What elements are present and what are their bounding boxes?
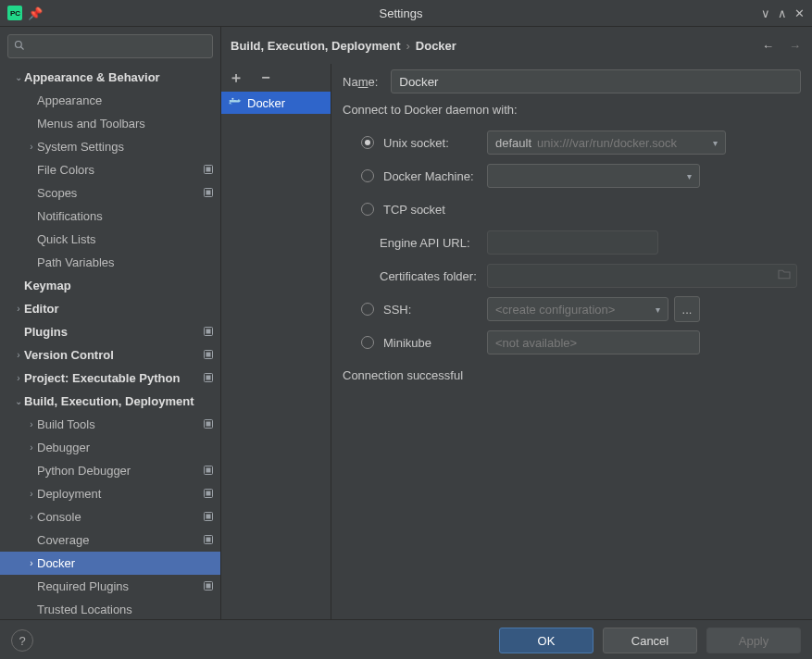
app-icon: PC [7,6,22,20]
tree-item-label: Deployment [37,487,200,501]
engine-api-url-label: Engine API URL: [380,236,487,250]
tree-item-scopes[interactable]: Scopes [0,181,220,205]
tree-item-plugins[interactable]: Plugins [0,320,220,343]
chevron-right-icon[interactable]: › [13,304,24,314]
docker-machine-combo[interactable]: ▾ [487,164,700,188]
radio-unix-socket[interactable] [361,136,374,149]
svg-rect-21 [206,514,211,518]
tree-item-label: Appearance [37,93,200,107]
chevron-down-icon: ▾ [713,138,718,148]
name-field[interactable] [391,69,801,93]
tree-item-path-variables[interactable]: Path Variables [0,251,220,274]
nav-back-button[interactable]: ← [762,39,774,53]
engine-api-url-field[interactable] [487,230,658,255]
tree-item-system-settings[interactable]: ›System Settings [0,135,220,158]
tree-item-build-execution-deployment[interactable]: ⌄Build, Execution, Deployment [0,390,220,413]
chevron-right-icon[interactable]: › [26,512,37,522]
titlebar: PC 📌 Settings ∨ ∧ ✕ [0,0,812,27]
tree-item-coverage[interactable]: Coverage [0,528,220,552]
pin-icon[interactable]: 📌 [28,6,43,20]
radio-tcp-socket[interactable] [361,203,374,216]
tree-item-debugger[interactable]: ›Debugger [0,436,220,459]
tree-item-python-debugger[interactable]: Python Debugger [0,459,220,482]
tree-item-keymap[interactable]: Keymap [0,274,220,297]
breadcrumb: Build, Execution, Deployment › Docker ← … [221,27,812,64]
chevron-right-icon[interactable]: › [13,350,24,360]
config-list-toolbar: ＋ − [221,64,331,92]
ssh-config-combo[interactable]: <create configuration> ▾ [487,297,668,321]
tree-item-notifications[interactable]: Notifications [0,205,220,228]
svg-rect-15 [206,421,211,426]
tree-item-label: Editor [24,302,200,316]
cancel-button[interactable]: Cancel [603,628,697,653]
svg-text:PC: PC [10,9,20,18]
tree-item-deployment[interactable]: ›Deployment [0,482,220,505]
chevron-right-icon[interactable]: › [26,142,37,152]
minimize-button[interactable]: ∨ [761,6,770,20]
remove-config-button[interactable]: − [258,70,273,85]
project-scope-icon [200,188,213,199]
chevron-down-icon[interactable]: ⌄ [13,396,24,406]
certificates-folder-field[interactable] [487,264,797,288]
config-list-item-label: Docker [247,96,285,110]
folder-icon[interactable] [778,269,791,283]
tree-item-required-plugins[interactable]: Required Plugins [0,575,220,598]
tree-item-appearance-behavior[interactable]: ⌄Appearance & Behavior [0,66,220,89]
settings-tree-scroll[interactable]: ⌄Appearance & BehaviorAppearanceMenus an… [0,66,220,619]
svg-rect-19 [206,491,211,495]
svg-rect-25 [206,583,211,588]
tree-item-label: Project: Executable Python [24,371,200,385]
radio-minikube[interactable] [361,336,374,349]
svg-rect-11 [206,352,211,356]
tree-item-build-tools[interactable]: ›Build Tools [0,413,220,436]
tree-item-appearance[interactable]: Appearance [0,89,220,112]
tree-item-trusted-locations[interactable]: Trusted Locations [0,598,220,619]
minikube-combo[interactable]: <not available> [487,330,700,354]
docker-settings-form: Name: Connect to Docker daemon with: Uni… [331,64,812,619]
docker-icon [229,96,242,110]
tree-item-label: Version Control [24,348,200,362]
chevron-right-icon[interactable]: › [13,373,24,383]
chevron-right-icon[interactable]: › [26,558,37,568]
tree-item-project-executable-python[interactable]: ›Project: Executable Python [0,367,220,390]
name-label: Name: [343,75,378,89]
close-button[interactable]: ✕ [794,6,805,20]
radio-ssh[interactable] [361,303,374,316]
ok-button[interactable]: OK [499,628,593,653]
svg-rect-29 [232,97,234,99]
apply-button[interactable]: Apply [706,628,801,653]
radio-tcp-socket-label: TCP socket [383,203,487,217]
chevron-right-icon[interactable]: › [26,442,37,453]
project-scope-icon [200,165,213,176]
tree-item-console[interactable]: ›Console [0,505,220,528]
tree-item-label: Console [37,510,200,524]
help-button[interactable]: ? [11,629,33,652]
dialog-footer: ? OK Cancel Apply [0,619,812,659]
connect-section-title: Connect to Docker daemon with: [343,103,801,117]
tree-item-editor[interactable]: ›Editor [0,297,220,320]
settings-tree-pane: ⌄Appearance & BehaviorAppearanceMenus an… [0,27,221,619]
chevron-right-icon[interactable]: › [26,489,37,499]
breadcrumb-a[interactable]: Build, Execution, Deployment [231,39,400,53]
tree-item-file-colors[interactable]: File Colors [0,158,220,181]
project-scope-icon [200,535,213,546]
nav-forward-button[interactable]: → [789,39,801,53]
ssh-more-button[interactable]: ... [674,296,700,322]
chevron-down-icon[interactable]: ⌄ [13,72,24,82]
chevron-right-icon: › [406,39,409,53]
tree-item-docker[interactable]: ›Docker [0,552,220,575]
unix-socket-combo[interactable]: default unix:///var/run/docker.sock ▾ [487,131,726,155]
svg-rect-9 [206,329,211,333]
config-list-item-docker[interactable]: Docker [221,92,331,114]
maximize-button[interactable]: ∧ [778,6,787,20]
radio-docker-machine[interactable] [361,169,374,182]
tree-item-quick-lists[interactable]: Quick Lists [0,228,220,251]
tree-item-label: Python Debugger [37,464,200,478]
chevron-right-icon[interactable]: › [26,419,37,429]
add-config-button[interactable]: ＋ [229,70,244,85]
tree-item-version-control[interactable]: ›Version Control [0,343,220,367]
certificates-folder-label: Certificates folder: [380,269,487,283]
search-input[interactable] [7,34,213,58]
svg-line-3 [21,46,24,49]
tree-item-menus-and-toolbars[interactable]: Menus and Toolbars [0,112,220,135]
